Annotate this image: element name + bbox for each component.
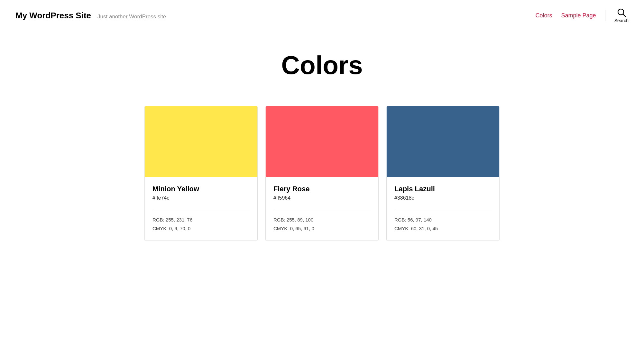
site-tagline: Just another WordPress site [97, 14, 166, 20]
color-values-1: RGB: 255, 89, 100 CMYK: 0, 65, 61, 0 [266, 215, 378, 241]
color-rgb-1: RGB: 255, 89, 100 [273, 215, 371, 224]
color-rgb-0: RGB: 255, 231, 76 [152, 215, 250, 224]
color-info-0: Minion Yellow #ffe74c [145, 177, 257, 205]
color-cmyk-1: CMYK: 0, 65, 61, 0 [273, 224, 371, 233]
main-content: Colors Minion Yellow #ffe74c RGB: 255, 2… [129, 31, 515, 260]
header-left: My WordPress Site Just another WordPress… [15, 11, 166, 21]
color-cmyk-2: CMYK: 60, 31, 0, 45 [394, 224, 492, 233]
color-values-0: RGB: 255, 231, 76 CMYK: 0, 9, 70, 0 [145, 215, 257, 241]
color-divider-2 [394, 210, 492, 210]
svg-line-1 [623, 14, 626, 17]
color-hex-0: #ffe74c [152, 195, 250, 201]
header-right: Colors Sample Page Search [536, 8, 629, 23]
site-header: My WordPress Site Just another WordPress… [0, 0, 644, 31]
color-card-0: Minion Yellow #ffe74c RGB: 255, 231, 76 … [144, 106, 258, 241]
color-rgb-2: RGB: 56, 97, 140 [394, 215, 492, 224]
color-card-2: Lapis Lazuli #38618c RGB: 56, 97, 140 CM… [386, 106, 500, 241]
color-hex-2: #38618c [394, 195, 492, 201]
color-divider-1 [273, 210, 371, 210]
color-divider-0 [152, 210, 250, 210]
main-nav: Colors Sample Page [536, 12, 596, 19]
color-info-1: Fiery Rose #ff5964 [266, 177, 378, 205]
color-info-2: Lapis Lazuli #38618c [387, 177, 499, 205]
site-title[interactable]: My WordPress Site [15, 11, 91, 21]
color-swatch-2 [387, 106, 499, 177]
nav-link-sample-page[interactable]: Sample Page [561, 12, 596, 19]
color-name-1: Fiery Rose [273, 185, 371, 193]
nav-link-colors[interactable]: Colors [536, 12, 552, 19]
nav-divider [605, 10, 605, 21]
color-values-2: RGB: 56, 97, 140 CMYK: 60, 31, 0, 45 [387, 215, 499, 241]
search-label: Search [614, 18, 629, 23]
search-button[interactable]: Search [614, 8, 629, 23]
color-name-2: Lapis Lazuli [394, 185, 492, 193]
color-name-0: Minion Yellow [152, 185, 250, 193]
page-title: Colors [144, 51, 500, 80]
color-cmyk-0: CMYK: 0, 9, 70, 0 [152, 224, 250, 233]
colors-grid: Minion Yellow #ffe74c RGB: 255, 231, 76 … [144, 106, 500, 241]
search-icon [617, 8, 626, 17]
color-hex-1: #ff5964 [273, 195, 371, 201]
color-swatch-0 [145, 106, 257, 177]
color-swatch-1 [266, 106, 378, 177]
color-card-1: Fiery Rose #ff5964 RGB: 255, 89, 100 CMY… [265, 106, 379, 241]
